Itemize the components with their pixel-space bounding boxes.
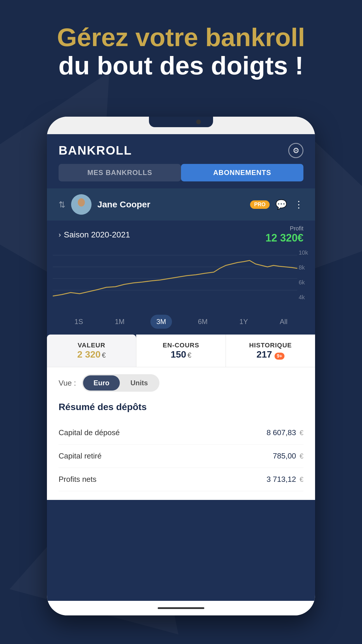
- stat-label-en-cours: EN-COURS: [139, 342, 223, 349]
- stat-tab-en-cours[interactable]: EN-COURS 150 €: [136, 335, 226, 367]
- user-name: Jane Cooper: [97, 200, 244, 209]
- home-indicator: [158, 607, 204, 609]
- chart-label-4k: 4k: [299, 294, 308, 301]
- settings-icon[interactable]: ⚙: [288, 143, 303, 158]
- user-row: ⇅ Jane Cooper PRO 💬 ⋮: [47, 188, 315, 220]
- summary-currency-1: €: [300, 452, 303, 460]
- avatar: [71, 194, 92, 215]
- summary-currency-2: €: [300, 475, 303, 484]
- summary-value-2: 3 713,12: [266, 475, 296, 484]
- user-info: Jane Cooper PRO: [97, 200, 270, 209]
- time-btn-3m[interactable]: 3M: [150, 315, 172, 329]
- summary-right-1: 785,00 €: [273, 452, 303, 461]
- stat-value-historique: 217 9+: [229, 349, 312, 360]
- chart-label-8k: 8k: [299, 264, 308, 271]
- season-chevron-icon[interactable]: ›: [59, 231, 61, 239]
- summary-right-0: 8 607,83 €: [266, 428, 303, 437]
- user-actions: 💬 ⋮: [275, 199, 303, 210]
- season-row: › Saison 2020-2021 Profit 12 320€: [47, 220, 315, 246]
- summary-label-1: Capital retiré: [59, 452, 101, 461]
- hero-line1: Gérez votre bankroll: [17, 23, 345, 52]
- pro-badge: PRO: [250, 200, 270, 209]
- app-header: BANKROLL ⚙: [47, 134, 315, 164]
- time-range-selector: 1S 1M 3M 6M 1Y All: [47, 311, 315, 335]
- summary-label-0: Capital de déposé: [59, 428, 120, 437]
- message-icon[interactable]: 💬: [275, 199, 287, 210]
- chart-area: 10k 8k 6k 4k: [47, 246, 315, 311]
- summary-title: Résumé des dépôts: [59, 402, 303, 412]
- app-title: BANKROLL: [59, 144, 132, 158]
- phone-bottom-bar: [47, 601, 315, 615]
- stat-label-valeur: VALEUR: [50, 342, 133, 349]
- nav-tabs: MES BANKROLLS ABONNEMENTS: [47, 164, 315, 188]
- summary-row-0: Capital de déposé 8 607,83 €: [59, 421, 303, 444]
- chart-y-labels: 10k 8k 6k 4k: [299, 249, 308, 301]
- summary-currency-0: €: [300, 429, 303, 437]
- vue-label: Vue :: [59, 379, 76, 388]
- summary-value-1: 785,00: [273, 452, 296, 461]
- svg-point-3: [78, 198, 85, 206]
- time-btn-all[interactable]: All: [274, 315, 294, 329]
- app-screen: BANKROLL ⚙ MES BANKROLLS ABONNEMENTS ⇅ J…: [47, 134, 315, 601]
- historique-badge: 9+: [275, 353, 284, 360]
- season-name: Saison 2020-2021: [64, 230, 130, 239]
- time-btn-1m[interactable]: 1M: [109, 315, 130, 329]
- season-left: › Saison 2020-2021: [59, 230, 130, 239]
- phone-notch: [149, 117, 213, 127]
- hero-section: Gérez votre bankroll du bout des doigts …: [0, 23, 362, 80]
- chart-label-6k: 6k: [299, 279, 308, 286]
- toggle-euro[interactable]: Euro: [83, 375, 120, 391]
- stats-tabs: VALEUR 2 320 € EN-COURS 150 € HISTORIQUE…: [47, 335, 315, 367]
- phone-camera: [196, 120, 201, 124]
- summary-label-2: Profits nets: [59, 475, 96, 484]
- profit-label: Profit: [266, 225, 303, 232]
- summary-right-2: 3 713,12 €: [266, 475, 303, 484]
- chart-label-10k: 10k: [299, 249, 308, 256]
- summary-value-0: 8 607,83: [266, 428, 296, 437]
- more-options-icon[interactable]: ⋮: [294, 199, 303, 210]
- summary-row-1: Capital retiré 785,00 €: [59, 444, 303, 468]
- expand-collapse-icon[interactable]: ⇅: [59, 200, 65, 209]
- time-btn-1y[interactable]: 1Y: [233, 315, 254, 329]
- profit-chart: [53, 249, 309, 302]
- tab-mes-bankrolls[interactable]: MES BANKROLLS: [59, 164, 181, 181]
- stat-tab-valeur[interactable]: VALEUR 2 320 €: [47, 335, 136, 367]
- season-profit: Profit 12 320€: [266, 225, 303, 244]
- summary-row-2: Profits nets 3 713,12 €: [59, 468, 303, 491]
- stat-tab-historique[interactable]: HISTORIQUE 217 9+: [226, 335, 315, 367]
- time-btn-6m[interactable]: 6M: [192, 315, 213, 329]
- hero-line2: du bout des doigts !: [17, 52, 345, 80]
- view-toggle: Euro Units: [82, 374, 160, 392]
- toggle-units[interactable]: Units: [120, 375, 158, 391]
- stat-value-en-cours: 150 €: [139, 349, 223, 360]
- time-btn-1s[interactable]: 1S: [69, 315, 89, 329]
- stat-value-valeur: 2 320 €: [50, 349, 133, 360]
- vue-row: Vue : Euro Units: [47, 367, 315, 399]
- tab-abonnements[interactable]: ABONNEMENTS: [181, 164, 303, 181]
- summary-section: Résumé des dépôts Capital de déposé 8 60…: [47, 399, 315, 500]
- profit-value: 12 320€: [266, 232, 303, 244]
- phone-mockup: BANKROLL ⚙ MES BANKROLLS ABONNEMENTS ⇅ J…: [47, 117, 315, 615]
- stat-label-historique: HISTORIQUE: [229, 342, 312, 349]
- phone-top-bar: [47, 117, 315, 134]
- white-content-area: Vue : Euro Units Résumé des dépôts Capit…: [47, 367, 315, 500]
